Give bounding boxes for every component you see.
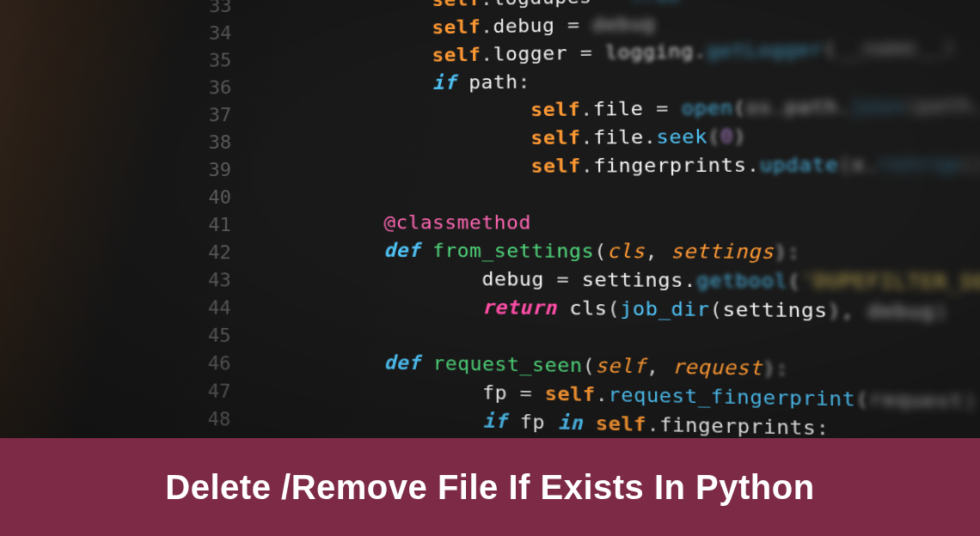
line-number: 38	[193, 129, 238, 156]
line-number: 36	[193, 74, 238, 101]
line-number: 47	[193, 377, 237, 405]
line-number: 48	[193, 405, 237, 434]
code-line: self.fingerprints.update(x.rstrip() for …	[241, 152, 980, 184]
line-number: 39	[193, 156, 238, 184]
line-number: 41	[193, 211, 238, 239]
line-number: 45	[193, 321, 237, 350]
line-number: 37	[193, 101, 238, 129]
line-number: 42	[193, 239, 238, 266]
line-number: 46	[193, 350, 237, 378]
line-number-gutter: 33343536373839404142434445464748	[193, 0, 238, 434]
code-line: def from_settings(cls, settings):	[241, 239, 980, 271]
line-number: 35	[194, 46, 239, 75]
code-line: self.file.seek(0)	[241, 123, 980, 157]
code-block: self.logdupes = True self.debug = debug …	[240, 0, 980, 438]
banner-title: Delete /Remove File If Exists In Python	[165, 468, 814, 507]
line-number: 44	[193, 294, 238, 322]
title-banner: Delete /Remove File If Exists In Python	[0, 438, 980, 536]
line-number: 40	[193, 184, 238, 211]
line-number: 43	[193, 266, 238, 295]
line-number: 33	[194, 0, 239, 21]
line-number: 34	[194, 20, 239, 48]
code-line	[241, 181, 980, 211]
code-line: @classmethod	[241, 211, 980, 241]
code-screenshot: 33343536373839404142434445464748 self.lo…	[0, 0, 980, 438]
